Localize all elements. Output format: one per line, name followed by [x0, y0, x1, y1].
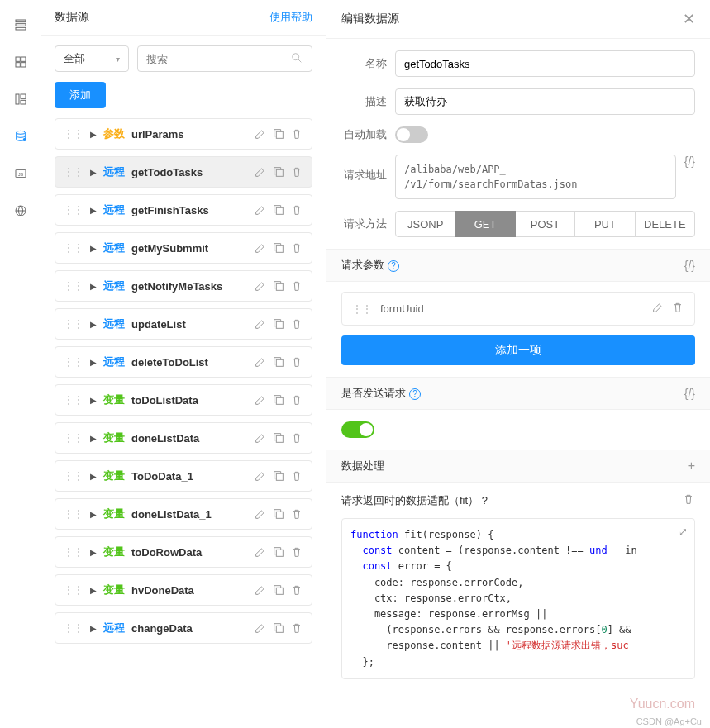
datasource-item[interactable]: ⋮⋮▶远程getTodoTasks: [55, 156, 312, 188]
code-block[interactable]: ⤢ function fit(response) { const content…: [341, 518, 695, 679]
datasource-item[interactable]: ⋮⋮▶变量doneListData_1: [55, 498, 312, 530]
drag-handle-icon[interactable]: ⋮⋮: [64, 433, 83, 443]
drag-handle-icon[interactable]: ⋮⋮: [64, 509, 83, 519]
rail-database-icon[interactable]: [12, 128, 29, 145]
datasource-item[interactable]: ⋮⋮▶远程getMySubmmit: [55, 232, 312, 264]
delete-icon[interactable]: [290, 279, 303, 293]
datasource-item[interactable]: ⋮⋮▶变量doneListData: [55, 422, 312, 454]
delete-icon[interactable]: [290, 127, 303, 140]
delete-icon[interactable]: [290, 355, 303, 369]
drag-handle-icon[interactable]: ⋮⋮: [64, 585, 83, 595]
drag-handle-icon[interactable]: ⋮⋮: [64, 357, 83, 367]
expand-arrow-icon[interactable]: ▶: [90, 548, 97, 557]
drag-handle-icon[interactable]: ⋮⋮: [64, 547, 83, 557]
method-jsonp[interactable]: JSONP: [395, 211, 455, 237]
drag-handle-icon[interactable]: ⋮⋮: [64, 243, 83, 253]
expand-icon[interactable]: ⤢: [679, 526, 688, 538]
copy-icon[interactable]: [272, 545, 285, 559]
brace-icon[interactable]: {/}: [684, 155, 695, 168]
copy-icon[interactable]: [272, 469, 285, 483]
copy-icon[interactable]: [272, 583, 285, 597]
name-input[interactable]: [395, 50, 695, 77]
copy-icon[interactable]: [272, 355, 285, 369]
expand-arrow-icon[interactable]: ▶: [90, 358, 97, 367]
copy-icon[interactable]: [272, 203, 285, 216]
copy-icon[interactable]: [272, 621, 285, 635]
rail-js-icon[interactable]: JS: [12, 165, 29, 182]
edit-icon[interactable]: [254, 317, 267, 331]
datasource-item[interactable]: ⋮⋮▶远程changeData: [55, 612, 312, 644]
expand-arrow-icon[interactable]: ▶: [90, 206, 97, 215]
add-param-button[interactable]: 添加一项: [341, 335, 695, 365]
edit-icon[interactable]: [254, 469, 267, 483]
delete-icon[interactable]: [290, 583, 303, 597]
expand-arrow-icon[interactable]: ▶: [90, 434, 97, 443]
expand-arrow-icon[interactable]: ▶: [90, 244, 97, 253]
copy-icon[interactable]: [272, 279, 285, 293]
drag-handle-icon[interactable]: ⋮⋮: [64, 281, 83, 291]
filter-select[interactable]: 全部 ▾: [55, 45, 129, 72]
copy-icon[interactable]: [272, 165, 285, 178]
rail-globe-icon[interactable]: [12, 202, 29, 219]
drag-handle-icon[interactable]: ⋮⋮: [64, 471, 83, 481]
expand-arrow-icon[interactable]: ▶: [90, 282, 97, 291]
expand-arrow-icon[interactable]: ▶: [90, 320, 97, 329]
datasource-item[interactable]: ⋮⋮▶变量ToDoData_1: [55, 460, 312, 492]
drag-handle-icon[interactable]: ⋮⋮: [64, 205, 83, 215]
edit-icon[interactable]: [254, 621, 267, 635]
expand-arrow-icon[interactable]: ▶: [90, 168, 97, 177]
help-icon[interactable]: ?: [409, 388, 421, 400]
edit-icon[interactable]: [254, 431, 267, 445]
delete-icon[interactable]: [290, 469, 303, 483]
expand-arrow-icon[interactable]: ▶: [90, 624, 97, 633]
add-button[interactable]: 添加: [55, 82, 106, 108]
delete-icon[interactable]: [290, 203, 303, 216]
copy-icon[interactable]: [272, 393, 285, 407]
edit-icon[interactable]: [254, 507, 267, 521]
search-icon[interactable]: [290, 51, 303, 67]
copy-icon[interactable]: [272, 241, 285, 255]
desc-input[interactable]: [395, 88, 695, 115]
datasource-item[interactable]: ⋮⋮▶变量toDoListData: [55, 384, 312, 416]
help-link[interactable]: 使用帮助: [269, 10, 312, 25]
rail-grid-icon[interactable]: [12, 54, 29, 70]
drag-handle-icon[interactable]: ⋮⋮: [64, 623, 83, 633]
datasource-item[interactable]: ⋮⋮▶变量toDoRowData: [55, 536, 312, 568]
drag-handle-icon[interactable]: ⋮⋮: [64, 395, 83, 405]
edit-icon[interactable]: [254, 583, 267, 597]
edit-icon[interactable]: [254, 279, 267, 293]
delete-icon[interactable]: [290, 431, 303, 445]
copy-icon[interactable]: [272, 507, 285, 521]
expand-arrow-icon[interactable]: ▶: [90, 396, 97, 405]
copy-icon[interactable]: [272, 127, 285, 140]
expand-arrow-icon[interactable]: ▶: [90, 586, 97, 595]
delete-icon[interactable]: [671, 301, 684, 316]
copy-icon[interactable]: [272, 431, 285, 445]
autoload-toggle[interactable]: [395, 126, 428, 143]
delete-icon[interactable]: [290, 241, 303, 255]
edit-icon[interactable]: [254, 241, 267, 255]
edit-icon[interactable]: [254, 393, 267, 407]
rail-outline-icon[interactable]: [12, 17, 29, 33]
datasource-item[interactable]: ⋮⋮▶变量hvDoneData: [55, 574, 312, 606]
datasource-item[interactable]: ⋮⋮▶参数urlParams: [55, 118, 312, 150]
search-input[interactable]: [146, 53, 290, 65]
datasource-item[interactable]: ⋮⋮▶远程deleteToDoList: [55, 346, 312, 378]
datasource-item[interactable]: ⋮⋮▶远程getNotifyMeTasks: [55, 270, 312, 302]
datasource-item[interactable]: ⋮⋮▶远程getFinishTasks: [55, 194, 312, 226]
help-icon[interactable]: ?: [482, 494, 488, 507]
edit-icon[interactable]: [254, 127, 267, 140]
drag-handle-icon[interactable]: ⋮⋮: [64, 129, 83, 139]
delete-icon[interactable]: [290, 393, 303, 407]
expand-arrow-icon[interactable]: ▶: [90, 510, 97, 519]
brace-icon[interactable]: {/}: [684, 387, 695, 400]
drag-handle-icon[interactable]: ⋮⋮: [64, 167, 83, 177]
drag-handle-icon[interactable]: ⋮⋮: [352, 304, 372, 314]
help-icon[interactable]: ?: [388, 260, 399, 272]
delete-icon[interactable]: [290, 507, 303, 521]
edit-icon[interactable]: [254, 165, 267, 178]
expand-arrow-icon[interactable]: ▶: [90, 472, 97, 481]
search-box[interactable]: [137, 45, 312, 72]
delete-icon[interactable]: [290, 545, 303, 559]
expand-arrow-icon[interactable]: ▶: [90, 130, 97, 139]
